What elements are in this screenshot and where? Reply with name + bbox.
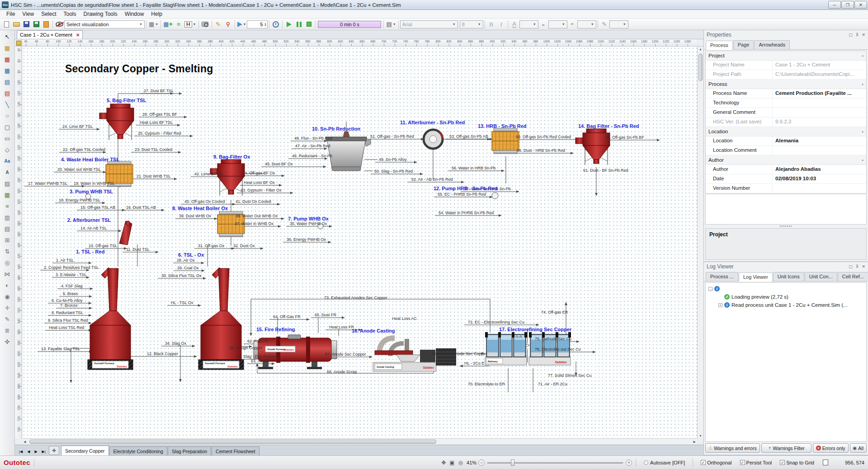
log-filter-warnings-and-errors[interactable]: ⚠Warnings and errors <box>705 443 760 453</box>
log-entry[interactable]: ✓Loading preview (2,72 s) <box>707 293 865 301</box>
tool-draw-line[interactable]: ╲ <box>1 99 13 110</box>
unit-label[interactable]: 8. Waste Heat Boiler Ox <box>172 206 228 211</box>
stream-label[interactable]: Heat Loss FR <box>329 325 354 329</box>
property-value[interactable]: 02/08/2019 10:03 <box>773 174 866 183</box>
font-size-select[interactable]: 8▼ <box>460 20 483 28</box>
tool-zoom-tool[interactable]: ◉ <box>1 291 13 302</box>
toggle-persist-tool[interactable]: ✓Persist Tool <box>740 460 772 465</box>
stream-label[interactable]: 49. Sn-Pb Alloy <box>379 157 407 162</box>
tool-list-tool[interactable]: ≡ <box>1 201 13 212</box>
stream-label[interactable]: 28. Air Ox <box>177 258 195 263</box>
log-tab-logviewer[interactable]: Log Viewer <box>739 272 773 281</box>
stream-label[interactable]: 39. Dust WHB Ox <box>179 214 211 218</box>
property-value[interactable]: Alemania <box>773 136 866 145</box>
stream-label[interactable]: 65. Dust FR <box>315 313 336 317</box>
unit-afterburner-snpb[interactable] <box>424 130 443 149</box>
stream-label[interactable]: 38. Water Out WHB Ox <box>236 214 278 218</box>
log-tab-unitcon[interactable]: Unit Con... <box>805 272 837 281</box>
property-group[interactable]: Location▴ <box>706 127 866 136</box>
menu-view[interactable]: View <box>19 10 38 18</box>
stream-label[interactable]: 27. Dust BF TSL <box>144 89 174 93</box>
save-as-button[interactable] <box>31 19 41 29</box>
stream-label[interactable]: 51. Off-gas - Sn-Pb Red <box>370 134 414 139</box>
stream-label[interactable]: Heat Loss BF Ox <box>244 180 275 185</box>
stream-label[interactable]: 9. Silica Flux TSL Red <box>48 318 88 323</box>
menu-select[interactable]: Select <box>38 10 60 18</box>
stream-label[interactable]: 69. Casted Anode Sec Copper <box>432 352 487 356</box>
stream-label[interactable]: 15. Off-gas TSL AB <box>80 205 115 210</box>
stream-label[interactable]: 24. Lime BF TSL <box>62 124 93 129</box>
flowsheet-canvas[interactable]: Ausmelt Furnace Outotec <box>22 47 697 438</box>
zoom-slider-thumb[interactable] <box>511 460 514 466</box>
property-value[interactable]: Alejandro Abadias <box>773 165 866 174</box>
unit-label[interactable]: 16. Anode Casting <box>352 328 395 333</box>
log-entry[interactable]: -i <box>707 285 865 293</box>
sheet-nav-0[interactable]: |◀ <box>17 447 25 455</box>
unit-label[interactable]: 13. HRB - Sn-Pb Red <box>478 124 527 129</box>
unit-label[interactable]: 3. Pump WHB TSL <box>70 189 113 194</box>
stream-label[interactable]: 75. Cathode Sec Cu <box>535 337 571 341</box>
property-value[interactable] <box>773 108 866 117</box>
stream-label[interactable]: 40. Off-gas Ox Cooled <box>184 199 225 204</box>
unit-label[interactable]: 15. Fire Refining <box>256 327 295 332</box>
stream-label[interactable]: 22. Off-gas TSL Cooled <box>63 147 105 152</box>
close-panel-icon[interactable]: ✕ <box>862 264 865 269</box>
sheet-tab-cement-flowsheet[interactable]: Cement Flowsheet <box>212 446 259 455</box>
stream-label[interactable]: 59. Off-gas Sn-Pb Red Cooled <box>516 135 571 139</box>
stream-label[interactable]: 25. Gypsum - Filter Red <box>138 131 181 136</box>
stream-label[interactable]: 18. Energy PWHB TSL <box>59 198 100 202</box>
tool-select-pointer[interactable]: ↖ <box>1 31 13 42</box>
vertical-scrollbar[interactable]: ▲ ▼ <box>697 47 703 438</box>
font-color-button[interactable]: A <box>509 19 519 29</box>
run-options-button[interactable]: ▼ <box>236 19 247 29</box>
tool-draw-polygon[interactable]: ◇ <box>1 144 13 155</box>
stream-label[interactable]: 45. Dust BF Ox <box>265 162 293 166</box>
vertical-scroll-thumb[interactable] <box>698 54 703 81</box>
stream-label[interactable]: 53. Off-gas Sn-Pb AB <box>449 134 488 139</box>
stream-label[interactable]: 43. Gypsum - Filter Ox <box>241 188 282 192</box>
property-value[interactable]: C:\Users\aleab\Documents\Copi... <box>773 70 866 79</box>
zoom-out-button[interactable]: − <box>478 460 485 466</box>
unit-label[interactable]: 6. TSL - Ox <box>178 253 204 258</box>
stream-label[interactable]: Heat Loss AC <box>392 316 417 321</box>
log-filter-all[interactable]: ◉All <box>850 443 867 453</box>
stream-label[interactable]: 2. Copper Residues Feed TSL <box>44 265 99 270</box>
property-row[interactable]: Date02/08/2019 10:03 <box>706 174 866 184</box>
tool-draw-rounded-rect[interactable]: ▢ <box>1 122 13 133</box>
fill2-color-button[interactable]: ◓ <box>567 19 577 29</box>
tool-settings-tool[interactable]: ✜ <box>1 336 13 347</box>
menu-help[interactable]: Help <box>147 10 166 18</box>
tool-draw-ellipse[interactable]: ○ <box>1 110 13 122</box>
stream-label[interactable]: 58. Dust - HRB Sn-Pb Red <box>517 148 565 153</box>
stream-label[interactable]: 34. Slag Ox <box>165 341 186 346</box>
tool-swap-tool[interactable]: ⇅ <box>1 246 13 257</box>
stream-label[interactable]: 36. Energy PWHB Ox <box>287 237 326 242</box>
stream-label[interactable]: 60. Off-gas Sn-Pb BF <box>605 135 644 140</box>
stream-label[interactable]: 55. EC - PHRB Sn-Pb Red <box>438 192 486 197</box>
zoom-slider[interactable] <box>487 460 623 466</box>
stream-label[interactable]: 17. Water PWHB TSL <box>28 181 67 186</box>
stream-label[interactable]: 35. Water PWHB Ox <box>290 221 327 226</box>
snapshot-button[interactable] <box>200 19 210 29</box>
visualization-select[interactable]: Select visualization▼ <box>64 20 145 28</box>
menu-tools[interactable]: Tools <box>60 10 80 18</box>
collapse-icon[interactable]: ▴ <box>862 54 863 57</box>
stream-label[interactable]: 33. Rough Copper <box>229 346 263 350</box>
unit-hrb-snpb[interactable] <box>492 128 519 154</box>
unit-label[interactable]: 12. Pump HRB - Sn-Pb Red <box>434 186 497 191</box>
tool-layers-tool[interactable]: ≣ <box>1 325 13 336</box>
save-button[interactable] <box>21 19 31 29</box>
property-row[interactable]: General Comment <box>706 108 866 117</box>
sheet-nav-2[interactable]: ▶ <box>32 447 39 455</box>
collapse-icon[interactable]: ▴ <box>862 158 863 162</box>
property-row[interactable]: LocationAlemania <box>706 136 866 146</box>
tab-close-icon[interactable]: ✕ <box>76 33 80 38</box>
unit-bag-filter-snpb[interactable] <box>576 129 610 165</box>
property-value[interactable]: Case 1 - 2Cu + Cement <box>773 61 866 70</box>
print-button[interactable]: ▤▼ <box>385 19 396 29</box>
document-tab[interactable]: Case 1 - 2Cu + Cement ✕ <box>17 30 83 39</box>
menu-drawing-tools[interactable]: Drawing Tools <box>80 10 121 18</box>
property-value[interactable] <box>773 184 866 193</box>
property-value[interactable] <box>773 98 866 108</box>
fill-color-select[interactable]: ▼ <box>548 20 567 28</box>
